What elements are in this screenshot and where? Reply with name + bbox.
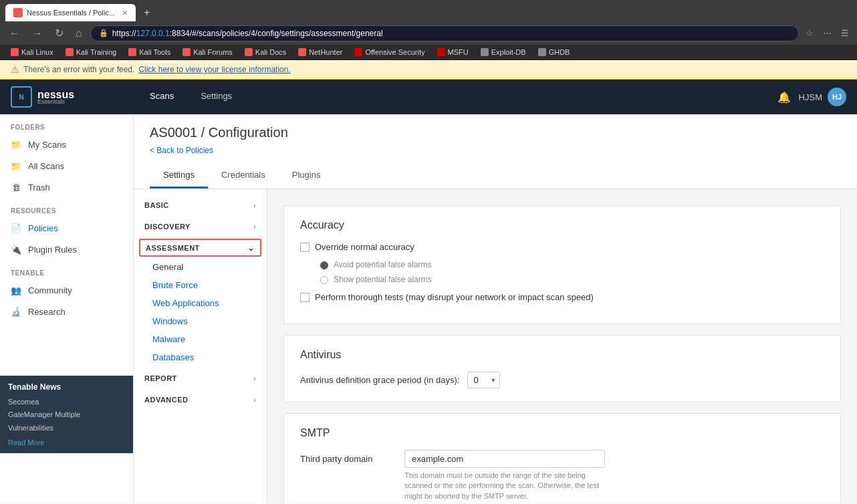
tab-plugins[interactable]: Plugins: [279, 163, 334, 188]
tab-credentials[interactable]: Credentials: [208, 163, 279, 188]
sidebar-item-community[interactable]: 👥 Community: [0, 279, 133, 301]
back-to-policies-link[interactable]: < Back to Policies: [150, 146, 841, 155]
config-subsection-web-applications[interactable]: Web Applications: [134, 294, 267, 312]
show-false-alarms-label: Show potential false alarms: [334, 275, 432, 284]
sidebar-item-label: All Scans: [28, 161, 64, 171]
bookmark-ghdb[interactable]: GHDB: [533, 47, 576, 57]
people-icon: 👥: [11, 285, 21, 295]
config-section-basic[interactable]: BASIC ›: [134, 195, 267, 216]
thorough-tests-checkbox[interactable]: [300, 293, 310, 302]
tab-close-icon[interactable]: ✕: [122, 9, 128, 17]
extensions-button[interactable]: ⋯: [820, 25, 834, 41]
config-section-discovery[interactable]: DISCOVERY ›: [134, 216, 267, 237]
show-false-alarms-row: Show potential false alarms: [300, 275, 824, 284]
sidebar: FOLDERS 📁 My Scans 📁 All Scans 🗑 Trash R…: [0, 114, 134, 503]
plug-icon: 🔌: [11, 244, 21, 255]
sidebar-item-label: My Scans: [28, 140, 66, 150]
chevron-right-icon: ›: [253, 375, 256, 382]
url-text: https://127.0.0.1:8834/#/scans/policies/…: [112, 29, 790, 38]
bookmark-kali-training[interactable]: Kali Training: [60, 47, 122, 57]
address-bar[interactable]: 🔒 https://127.0.0.1:8834/#/scans/policie…: [90, 25, 799, 41]
smtp-title: SMTP: [300, 427, 824, 439]
bookmark-offensive-security[interactable]: Offensive Security: [349, 47, 430, 57]
reload-button[interactable]: ↻: [51, 24, 68, 42]
notifications-icon[interactable]: 🔔: [777, 91, 791, 104]
config-subsection-databases[interactable]: Databases: [134, 348, 267, 366]
bookmark-kali-tools[interactable]: Kali Tools: [123, 47, 176, 57]
resources-section-label: RESOURCES: [0, 198, 133, 217]
tenable-section-label: TENABLE: [0, 260, 133, 279]
folder-icon: 📁: [11, 160, 21, 171]
antivirus-grace-period-row: Antivirus definition grace period (in da…: [300, 372, 824, 388]
browser-tab[interactable]: Nessus Essentials / Polic... ✕: [5, 4, 136, 21]
sidebar-item-research[interactable]: 🔬 Research: [0, 301, 133, 322]
user-avatar: HJ: [828, 88, 846, 106]
news-item-1: GateManager Multiple: [8, 410, 125, 420]
menu-button[interactable]: ☰: [838, 25, 852, 41]
override-accuracy-label[interactable]: Override normal accuracy: [300, 242, 824, 252]
news-item-2: Vulnerabilities: [8, 423, 125, 433]
back-button[interactable]: ←: [5, 25, 24, 42]
sidebar-item-policies[interactable]: 📄 Policies: [0, 217, 133, 239]
trash-icon: 🗑: [11, 182, 21, 193]
sidebar-item-all-scans[interactable]: 📁 All Scans: [0, 155, 133, 176]
url-host: 127.0.0.1: [136, 29, 170, 38]
config-section-report[interactable]: REPORT ›: [134, 368, 267, 389]
config-subsection-brute-force[interactable]: Brute Force: [134, 276, 267, 294]
bookmark-favicon: [538, 48, 546, 56]
error-message: There's an error with your feed.: [23, 65, 134, 74]
grace-period-select-wrapper: 0 1 2 3 7 14 30: [467, 372, 500, 388]
tab-title: Nessus Essentials / Polic...: [27, 9, 115, 17]
chevron-right-icon: ›: [253, 202, 256, 209]
grace-period-select[interactable]: 0 1 2 3 7 14 30: [467, 372, 500, 388]
bookmark-nethunter[interactable]: NetHunter: [293, 47, 348, 57]
folder-icon: 📁: [11, 139, 21, 150]
sidebar-item-my-scans[interactable]: 📁 My Scans: [0, 134, 133, 155]
username-text: HJSM: [799, 92, 822, 102]
content-area: AS0001 / Configuration < Back to Policie…: [134, 114, 857, 503]
page-title: AS0001 / Configuration: [150, 125, 841, 140]
avoid-false-alarms-row: Avoid potential false alarms: [300, 260, 824, 269]
user-badge[interactable]: HJSM HJ: [799, 88, 846, 106]
bookmark-kali-linux[interactable]: Kali Linux: [5, 47, 59, 57]
logo-area: N nessus Essentials: [11, 86, 131, 108]
bookmark-kali-docs[interactable]: Kali Docs: [239, 47, 291, 57]
tab-settings[interactable]: Settings: [150, 163, 208, 188]
home-button[interactable]: ⌂: [72, 25, 86, 42]
new-tab-button[interactable]: +: [138, 4, 155, 21]
header-nav-scans[interactable]: Scans: [136, 80, 187, 114]
accuracy-title: Accuracy: [300, 219, 824, 231]
config-subsection-malware[interactable]: Malware: [134, 330, 267, 348]
config-section-assessment[interactable]: ASSESSMENT ⌄: [139, 239, 261, 257]
chevron-down-icon: ⌄: [247, 243, 255, 253]
bookmark-favicon: [437, 48, 445, 56]
header-nav-settings[interactable]: Settings: [187, 80, 245, 114]
override-accuracy-checkbox[interactable]: [300, 243, 310, 252]
sidebar-item-plugin-rules[interactable]: 🔌 Plugin Rules: [0, 239, 133, 260]
sidebar-item-trash[interactable]: 🗑 Trash: [0, 176, 133, 198]
thorough-tests-label[interactable]: Perform thorough tests (may disrupt your…: [300, 292, 824, 302]
avoid-false-alarms-label: Avoid potential false alarms: [334, 260, 432, 269]
third-party-domain-input[interactable]: [404, 450, 605, 468]
sidebar-item-label: Trash: [28, 182, 50, 193]
bookmark-kali-forums[interactable]: Kali Forums: [177, 47, 238, 57]
folders-section-label: FOLDERS: [0, 114, 133, 134]
bookmark-favicon: [11, 48, 19, 56]
news-item-0: Secomea: [8, 397, 125, 407]
document-icon: 📄: [11, 223, 21, 233]
config-subsection-general[interactable]: General: [134, 258, 267, 276]
avoid-false-alarms-radio[interactable]: [320, 261, 328, 269]
news-read-more-link[interactable]: Read More: [8, 438, 125, 447]
forward-button[interactable]: →: [28, 25, 47, 42]
error-banner: ⚠ There's an error with your feed. Click…: [0, 60, 857, 80]
show-false-alarms-radio[interactable]: [320, 276, 328, 284]
bookmark-button[interactable]: ☆: [803, 25, 816, 41]
header-right: 🔔 HJSM HJ: [777, 88, 846, 106]
bookmark-exploit-db[interactable]: Exploit-DB: [475, 47, 531, 57]
bookmark-msfu[interactable]: MSFU: [432, 47, 474, 57]
config-section-advanced[interactable]: ADVANCED ›: [134, 389, 267, 410]
error-link[interactable]: Click here to view your license informat…: [138, 65, 290, 74]
config-subsection-windows[interactable]: Windows: [134, 312, 267, 330]
override-accuracy-row: Override normal accuracy: [300, 242, 824, 252]
antivirus-title: Antivirus: [300, 349, 824, 361]
